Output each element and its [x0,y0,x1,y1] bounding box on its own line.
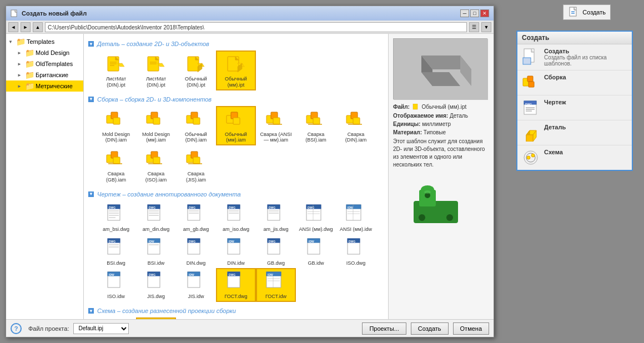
tree-item-old[interactable]: ► 📁 OldTemplates [6,58,83,69]
svg-rect-90 [189,210,199,211]
projects-button[interactable]: Проекты... [362,322,406,335]
forward-button[interactable]: ► [21,22,31,32]
file-din-dwg[interactable]: DWG DIN.dwg [177,236,215,268]
document-new-icon [568,7,579,18]
right-panel-part[interactable]: Деталь [517,120,632,145]
project-select[interactable]: Default.ipj [73,323,129,334]
svg-rect-85 [149,213,159,214]
svg-rect-117 [109,244,119,245]
file-bsi-idw[interactable]: IDW BSI.idw [137,236,175,268]
file-weld-gb[interactable]: Сварка (GB).iam [97,147,135,184]
svg-text:IDW: IDW [189,273,194,276]
file-listmat-din2[interactable]: ЛистМат (DIN).ipt [137,52,175,89]
dropdown-button[interactable]: ▼ [481,22,491,32]
file-mold-din[interactable]: Mold Design (DIN).iam [97,107,135,145]
svg-text:DWG: DWG [269,206,275,209]
section-title-dwg[interactable]: Чертеж – создание аннотированного докуме… [97,191,241,198]
section-toggle-asm[interactable]: ▼ [88,97,94,102]
file-weld-jis[interactable]: Сварка (JIS).iam [177,147,215,184]
file-jis-dwg[interactable]: DWG JIS.dwg [137,269,175,301]
svg-rect-86 [149,215,159,216]
svg-text:IDW: IDW [109,273,114,276]
main-dialog: Создать новый файл ─ □ ✕ ◄ ► ▲ C:\Users\… [6,6,494,337]
right-panel: Создать Создать Создать файл из списка ш… [516,31,633,171]
section-title-ipn[interactable]: Схема – создание разнесенной проекции сб… [97,307,236,314]
tree-item-templates[interactable]: ▼ 📁 Templates [6,36,83,47]
file-ordinary-din[interactable]: Обычный (DIN).ipt [177,52,215,89]
section-header-part: ▼ Деталь – создание 2D- и 3D-объектов [88,41,384,47]
right-panel-assembly[interactable]: Сборка [517,70,632,95]
folder-open-icon: 📁 [16,37,26,46]
file-iso-dwg[interactable]: DWG ISO.dwg [337,236,375,268]
address-path[interactable]: C:\Users\Public\Documents\Autodesk\Inven… [45,22,467,32]
svg-text:DWG: DWG [525,103,532,106]
file-weld-din[interactable]: Сварка (DIN).iam [337,107,375,145]
dialog-body: ▼ 📁 Templates ► 📁 Mold Design ► 📁 OldTem… [6,34,494,319]
file-am-bsi[interactable]: DWG am_bsi.dwg [97,202,135,234]
file-iso-idw[interactable]: IDW ISO.idw [97,269,135,301]
preview-3d-placeholder [394,39,488,100]
file-ansi-mm-idw[interactable]: IDW ANSI (мм).idw [337,202,375,234]
cancel-button[interactable]: Отмена [453,322,489,335]
svg-rect-91 [189,213,199,214]
svg-rect-96 [229,213,239,214]
preview-panel: Файл: Обычный (мм).ipt Отображаемое имя:… [388,34,494,319]
section-toggle-ipn[interactable]: ▼ [88,308,94,314]
back-button[interactable]: ◄ [8,22,18,32]
right-panel-drawing[interactable]: DWG Чертеж [517,95,632,120]
create-icon [522,48,540,65]
svg-text:IDW: IDW [149,240,154,243]
file-bsi-dwg[interactable]: DWG BSI.dwg [97,236,135,268]
icon-grid-asm: Mold Design (DIN).iam Mold Design (мм).i… [88,107,384,184]
section-toggle-part[interactable]: ▼ [88,41,94,47]
file-gost-idw[interactable]: IDW ГОСТ.idw [257,269,295,301]
svg-text:DWG: DWG [308,206,314,209]
svg-point-177 [424,190,431,194]
section-title-asm[interactable]: Сборка – сборка 2D- и 3D-компонентов [97,96,212,103]
file-gost-dwg[interactable]: DWG ГОСТ.dwg [217,269,255,301]
file-gb-idw[interactable]: IDW GB.idw [297,236,335,268]
schema-icon [522,149,540,167]
svg-text:IDW: IDW [229,240,234,243]
svg-text:IDW: IDW [348,206,353,209]
file-weld-ansi[interactable]: Сварка (ANSI — мм).iam [257,107,295,145]
right-panel-create[interactable]: Создать Создать файл из списка шаблонов. [517,44,632,70]
svg-rect-80 [109,217,115,218]
view-button[interactable]: ☰ [469,22,479,32]
file-am-din[interactable]: DWG am_din.dwg [137,202,175,234]
tree-item-metric[interactable]: ► 📁 Метрические [6,80,83,92]
tree-item-british[interactable]: ► 📁 Британские [6,69,83,80]
file-weld-iso[interactable]: Сварка (ISO).iam [137,147,175,184]
file-am-jis[interactable]: DWG am_jis.dwg [257,202,295,234]
file-am-gb[interactable]: DWG am_gb.dwg [177,202,215,234]
help-button[interactable]: ? [11,323,22,334]
file-am-iso[interactable]: DWG am_iso.dwg [217,202,255,234]
right-panel-schema[interactable]: Схема [517,145,632,170]
file-ansi-mm-dwg[interactable]: DWG ANSI (мм).dwg [297,202,335,234]
file-type-icon [412,104,419,110]
up-button[interactable]: ▲ [33,22,43,32]
folder-icon-old: 📁 [25,59,34,68]
preview-units-info: Единицы: миллиметр [393,121,489,127]
tree-item-mold[interactable]: ► 📁 Mold Design [6,47,83,58]
template-list: ▼ Деталь – создание 2D- и 3D-объектов [84,34,388,319]
file-mold-mm[interactable]: Mold Design (мм).iam [137,107,175,145]
svg-rect-122 [149,244,159,245]
section-title-part[interactable]: Деталь – создание 2D- и 3D-объектов [97,41,209,47]
section-toggle-dwg[interactable]: ▼ [88,191,94,197]
top-create-button[interactable]: Создать [563,4,611,20]
file-ord-mm-iam[interactable]: Обычный (мм).iam [217,107,255,145]
create-file-button[interactable]: Создать [411,322,449,335]
file-gb-dwg[interactable]: DWG GB.dwg [257,236,295,268]
svg-text:IDW: IDW [309,240,314,243]
file-ordinary-mm[interactable]: Обычный (мм).ipt [217,52,255,89]
file-jis-idw[interactable]: IDW JIS.idw [177,269,215,301]
part-item-title: Деталь [544,124,566,130]
file-listmat-din1[interactable]: ЛистМат (DIN).ipt [97,52,135,89]
file-ord-din-iam[interactable]: Обычный (DIN).iam [177,107,215,145]
minimize-button[interactable]: ─ [460,9,469,17]
file-weld-bsi[interactable]: Сварка (BSI).iam [297,107,335,145]
file-din-idw[interactable]: IDW DIN.idw [217,236,255,268]
close-button[interactable]: ✕ [480,9,489,17]
maximize-button[interactable]: □ [470,9,479,17]
